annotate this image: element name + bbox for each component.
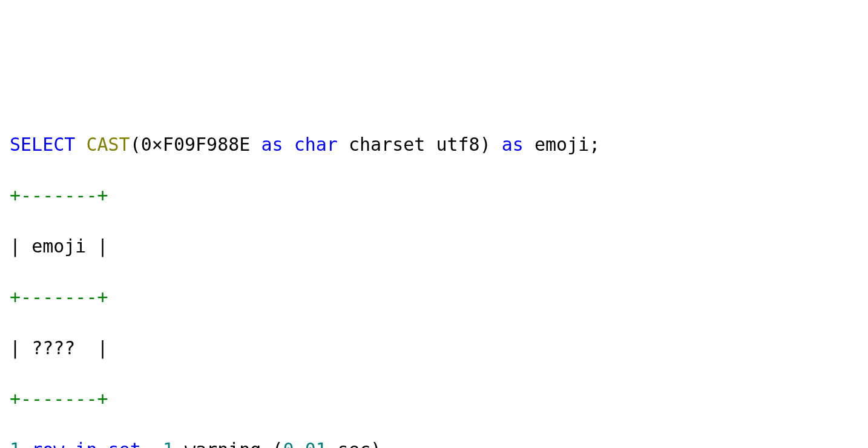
table-border: +-------+ bbox=[10, 285, 858, 310]
keyword-as: as bbox=[261, 134, 283, 155]
keyword-as: as bbox=[502, 134, 524, 155]
elapsed-time: 0.01 bbox=[283, 439, 327, 448]
alias: emoji bbox=[534, 134, 589, 155]
paren-open: ( bbox=[130, 134, 141, 155]
keyword-set: set bbox=[108, 439, 141, 448]
keyword-char: char bbox=[294, 134, 338, 155]
warning-count: 1 bbox=[163, 439, 174, 448]
table-header-row: | emoji | bbox=[10, 234, 858, 259]
status-line-1: 1 row in set, 1 warning (0.01 sec) bbox=[10, 437, 858, 448]
paren-close: ) bbox=[480, 134, 491, 155]
cell-value: ???? bbox=[31, 337, 75, 358]
semicolon: ; bbox=[589, 134, 600, 155]
hex-literal: 0×F09F988E bbox=[141, 134, 251, 155]
query-1: SELECT CAST(0×F09F988E as char charset u… bbox=[10, 132, 858, 157]
row-count: 1 bbox=[10, 439, 21, 448]
keyword-cast: CAST bbox=[86, 134, 130, 155]
keyword-row-in: row in bbox=[31, 439, 97, 448]
keyword-select: SELECT bbox=[10, 134, 75, 155]
keyword-charset: charset bbox=[349, 134, 425, 155]
column-header: emoji bbox=[31, 236, 86, 257]
table-border: +-------+ bbox=[10, 386, 858, 412]
table-border: +-------+ bbox=[10, 183, 858, 208]
sql-terminal-output: SELECT CAST(0×F09F988E as char charset u… bbox=[10, 107, 858, 448]
table-data-row: | ???? | bbox=[10, 335, 858, 361]
charset-name: utf8 bbox=[436, 134, 479, 155]
